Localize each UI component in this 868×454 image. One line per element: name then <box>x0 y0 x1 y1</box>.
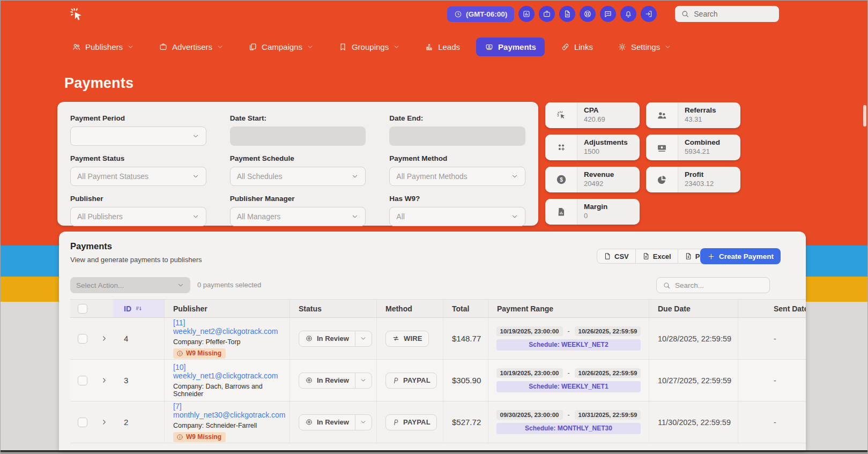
svg-text:$: $ <box>560 177 563 183</box>
row-checkbox[interactable] <box>78 376 87 385</box>
column-header-publisher: Publisher <box>165 300 290 317</box>
nav-links[interactable]: Links <box>552 38 602 56</box>
filter-label: Payment Status <box>70 154 206 162</box>
payments-table: ID Publisher Status Method Total Payment… <box>70 299 806 443</box>
filter-date-start: Date Start: <box>230 114 366 146</box>
filter-label: Publisher <box>70 195 206 203</box>
nav-campaigns[interactable]: Campaigns <box>240 38 322 56</box>
stat-label: Referrals <box>685 106 716 114</box>
stat-value: 1500 <box>584 147 628 155</box>
schedule-badge: Schedule: WEEKLY_NET2 <box>496 339 641 351</box>
stat-value: 43.31 <box>685 115 716 123</box>
status-caret-button[interactable] <box>355 373 372 388</box>
nav-label: Payments <box>498 42 536 51</box>
filter-publisher: Publisher All Publishers <box>70 195 206 226</box>
documents-button[interactable] <box>559 6 575 22</box>
app-logo-cursor-click-icon[interactable] <box>69 6 85 23</box>
payment-total: $305.90 <box>452 376 481 385</box>
column-label: Method <box>385 304 412 313</box>
pie-chart-icon <box>646 167 678 192</box>
nav-publishers[interactable]: Publishers <box>63 38 143 56</box>
payment-total: $527.72 <box>452 418 481 427</box>
status-caret-button[interactable] <box>355 331 372 346</box>
page-title: Payments <box>64 75 133 92</box>
bulk-action-select[interactable]: Select Action... <box>70 277 190 293</box>
schedule-badge: Schedule: WEEKLY_NET1 <box>496 381 641 392</box>
payment-schedule-select[interactable]: All Schedules <box>230 167 366 186</box>
timezone-badge[interactable]: (GMT-06:00) <box>447 6 514 22</box>
export-label: CSV <box>614 252 629 261</box>
reports-button[interactable] <box>518 6 535 22</box>
help-button[interactable] <box>580 6 596 22</box>
table-search-input[interactable] <box>675 281 761 289</box>
chevron-down-icon <box>351 173 359 180</box>
status-button[interactable]: In Review <box>299 373 355 388</box>
global-search-input[interactable] <box>694 10 769 18</box>
nav-label: Campaigns <box>262 42 302 51</box>
status-button[interactable]: In Review <box>299 331 355 346</box>
status-caret-button[interactable] <box>355 415 372 430</box>
status-dropdown[interactable]: In Review <box>299 331 372 347</box>
publisher-link[interactable]: [7] monthly_net30@clickgotrack.com <box>173 402 290 419</box>
table-header-row: ID Publisher Status Method Total Payment… <box>70 299 806 318</box>
select-value: Select Action... <box>76 281 124 289</box>
nav-groupings[interactable]: Groupings <box>330 38 409 56</box>
timezone-label: (GMT-06:00) <box>466 10 507 18</box>
payment-status-select[interactable]: All Payment Statuses <box>70 167 206 186</box>
status-label: In Review <box>317 418 349 426</box>
nav-label: Publishers <box>85 42 123 51</box>
payment-period-select[interactable] <box>70 126 206 146</box>
logout-button[interactable] <box>641 6 657 22</box>
payment-total: $148.77 <box>452 334 481 343</box>
has-w9-select[interactable]: All <box>389 207 525 226</box>
expand-row-button[interactable] <box>95 360 113 401</box>
expand-row-button[interactable] <box>95 318 113 359</box>
nav-leads[interactable]: Leads <box>416 38 469 56</box>
date-end-input[interactable] <box>389 126 525 146</box>
stat-value: 20492 <box>584 180 614 188</box>
nav-payments[interactable]: Payments <box>476 38 545 56</box>
chevron-down-icon <box>127 43 134 50</box>
column-header-id[interactable]: ID <box>113 300 165 317</box>
sent-date: - <box>774 334 776 343</box>
nav-settings[interactable]: Settings <box>609 38 680 56</box>
w9-badge-label: W9 Missing <box>186 349 221 357</box>
table-search[interactable] <box>656 277 770 293</box>
status-dropdown[interactable]: In Review <box>299 414 372 430</box>
messages-button[interactable] <box>600 6 616 22</box>
workspace-button[interactable] <box>539 6 555 22</box>
select-all-checkbox[interactable] <box>78 304 87 314</box>
global-search[interactable] <box>675 6 779 22</box>
publisher-manager-select[interactable]: All Managers <box>230 207 366 226</box>
plus-icon <box>707 252 715 261</box>
nav-advertisers[interactable]: Advertisers <box>150 38 232 56</box>
create-payment-button[interactable]: Create Payment <box>700 248 781 264</box>
export-excel-button[interactable]: Excel <box>636 249 678 263</box>
status-button[interactable]: In Review <box>299 415 355 430</box>
stat-cpa: CPA 420.69 <box>545 102 640 128</box>
notifications-button[interactable] <box>620 6 636 22</box>
filter-has-w9: Has W9? All <box>389 195 525 226</box>
stat-referrals: Referrals 43.31 <box>646 102 740 128</box>
publisher-link[interactable]: [10] weekly_net1@clickgotrack.com <box>173 363 290 380</box>
chevron-down-icon <box>511 213 518 220</box>
chevron-down-icon <box>664 43 671 50</box>
scrollbar-thumb[interactable] <box>863 105 866 126</box>
row-checkbox[interactable] <box>78 418 87 427</box>
expand-row-button[interactable] <box>95 401 113 443</box>
column-label: Total <box>452 304 469 313</box>
payment-method-select[interactable]: All Payment Methods <box>389 167 525 186</box>
status-label: In Review <box>317 376 349 384</box>
chevron-down-icon <box>177 281 184 289</box>
row-checkbox[interactable] <box>78 334 87 344</box>
export-csv-button[interactable]: CSV <box>597 249 636 263</box>
publisher-link[interactable]: [11] weekly_net2@clickgotrack.com <box>173 318 290 336</box>
nav-label: Groupings <box>352 42 389 51</box>
publisher-select[interactable]: All Publishers <box>70 207 206 226</box>
column-label: Sent Date <box>774 304 806 313</box>
status-dropdown[interactable]: In Review <box>299 373 372 389</box>
sent-date: - <box>774 418 776 427</box>
chevron-down-icon <box>217 43 224 50</box>
stat-label: Revenue <box>584 170 614 178</box>
date-start-input[interactable] <box>230 126 366 146</box>
